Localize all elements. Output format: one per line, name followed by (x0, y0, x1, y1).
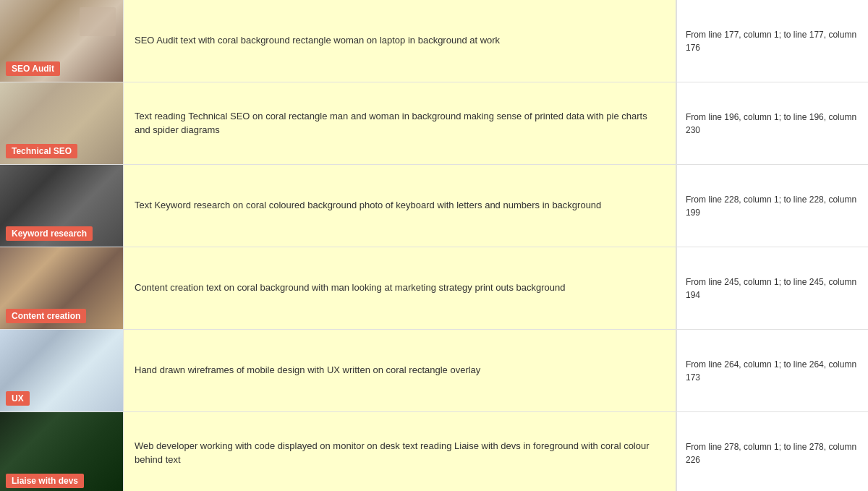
location-cell: From line 228, column 1; to line 228, co… (676, 165, 868, 247)
location-cell: From line 278, column 1; to line 278, co… (676, 412, 868, 491)
thumbnail-image: Content creation (0, 247, 123, 329)
thumbnail-image: Liaise with devs (0, 412, 123, 491)
description-cell: Hand drawn wireframes of mobile design w… (123, 330, 676, 411)
thumbnail-image: Keyword research (0, 165, 123, 247)
table-row: SEO AuditSEO Audit text with coral backg… (0, 0, 868, 82)
description-text: Text Keyword research on coral coloured … (135, 199, 601, 212)
description-cell: Web developer working with code displaye… (123, 412, 676, 491)
image-label: Liaise with devs (6, 474, 84, 488)
description-text: Content creation text on coral backgroun… (135, 281, 565, 294)
image-label: Keyword research (6, 226, 93, 241)
image-cell[interactable]: Content creation (0, 247, 123, 329)
description-text: Text reading Technical SEO on coral rect… (135, 110, 665, 136)
table-row: Content creationContent creation text on… (0, 247, 868, 330)
image-cell[interactable]: Technical SEO (0, 82, 123, 164)
location-cell: From line 264, column 1; to line 264, co… (676, 330, 868, 411)
thumbnail-image: Technical SEO (0, 82, 123, 164)
description-text: Web developer working with code displaye… (135, 440, 665, 466)
table-row: UXHand drawn wireframes of mobile design… (0, 330, 868, 412)
table-row: Liaise with devsWeb developer working wi… (0, 412, 868, 491)
image-cell[interactable]: Keyword research (0, 165, 123, 247)
location-cell: From line 177, column 1; to line 177, co… (676, 0, 868, 82)
image-label: Technical SEO (6, 144, 77, 158)
image-cell[interactable]: SEO Audit (0, 0, 123, 82)
image-cell[interactable]: Liaise with devs (0, 412, 123, 491)
image-cell[interactable]: UX (0, 330, 123, 411)
description-cell: SEO Audit text with coral background rec… (123, 0, 676, 82)
description-cell: Content creation text on coral backgroun… (123, 247, 676, 329)
description-text: Hand drawn wireframes of mobile design w… (135, 364, 480, 377)
table-row: Technical SEOText reading Technical SEO … (0, 82, 868, 165)
main-container: SEO AuditSEO Audit text with coral backg… (0, 0, 868, 491)
image-label: UX (6, 391, 30, 406)
location-cell: From line 245, column 1; to line 245, co… (676, 247, 868, 329)
table-row: Keyword researchText Keyword research on… (0, 165, 868, 247)
location-cell: From line 196, column 1; to line 196, co… (676, 82, 868, 164)
description-cell: Text Keyword research on coral coloured … (123, 165, 676, 247)
image-label: Content creation (6, 309, 86, 323)
description-text: SEO Audit text with coral background rec… (135, 34, 500, 47)
image-label: SEO Audit (6, 61, 60, 76)
description-cell: Text reading Technical SEO on coral rect… (123, 82, 676, 164)
thumbnail-image: SEO Audit (0, 0, 123, 82)
thumbnail-image: UX (0, 330, 123, 411)
